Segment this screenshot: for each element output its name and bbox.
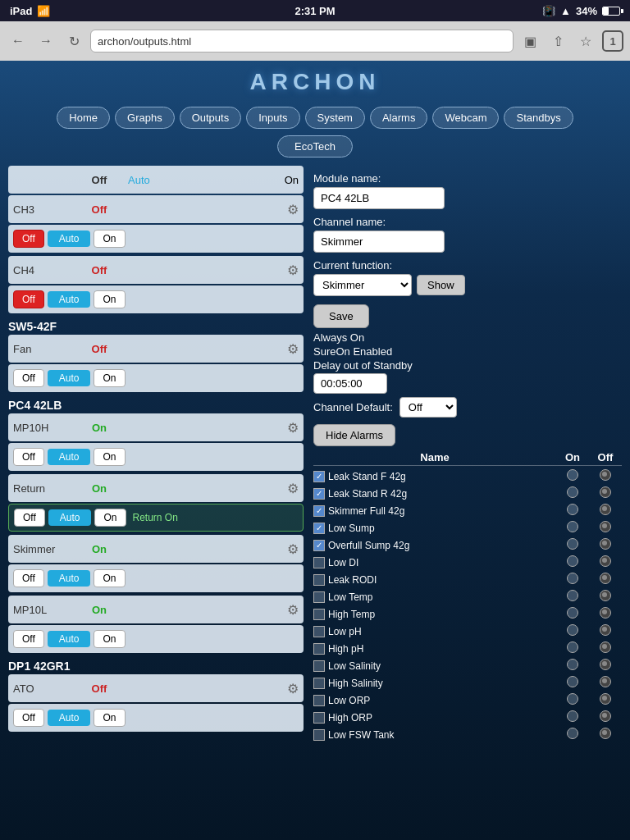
url-bar[interactable]: archon/outputs.html [90, 30, 514, 52]
alarm-off-radio-col[interactable] [589, 641, 622, 655]
ato-auto-btn[interactable]: Auto [48, 710, 91, 726]
alarm-radio-on-empty[interactable] [567, 641, 578, 653]
alarm-on-radio-col[interactable] [556, 607, 589, 621]
back-button[interactable]: ← [7, 30, 30, 52]
alarm-off-radio-col[interactable] [589, 676, 622, 690]
alarm-off-radio-col[interactable] [589, 504, 622, 518]
nav-outputs[interactable]: Outputs [180, 107, 242, 129]
alarm-radio-on-empty[interactable] [567, 693, 578, 705]
return-off-btn[interactable]: Off [14, 509, 45, 527]
alarm-checkbox[interactable] [313, 712, 325, 724]
alarm-checkbox[interactable] [313, 695, 325, 706]
nav-inputs[interactable]: Inputs [246, 107, 299, 129]
alarm-radio-off-filled[interactable] [600, 538, 611, 550]
alarm-radio-on-empty[interactable] [567, 624, 578, 636]
alarm-on-radio-col[interactable] [556, 538, 589, 552]
alarm-radio-on-empty[interactable] [567, 573, 578, 584]
fan-gear-icon[interactable]: ⚙ [287, 341, 299, 357]
ch4-gear-icon[interactable]: ⚙ [287, 262, 299, 278]
share-button[interactable]: ⇧ [546, 30, 569, 52]
alarm-checkbox[interactable] [313, 729, 325, 741]
alarm-checkbox[interactable] [313, 643, 325, 655]
nav-webcam[interactable]: Webcam [432, 107, 499, 129]
nav-graphs[interactable]: Graphs [115, 107, 175, 129]
ch4-on-btn[interactable]: On [94, 290, 125, 308]
alarm-radio-on-empty[interactable] [567, 728, 578, 739]
hide-alarms-button[interactable]: Hide Alarms [313, 424, 395, 446]
alarm-radio-on-empty[interactable] [567, 590, 578, 601]
alarm-off-radio-col[interactable] [589, 659, 622, 673]
alarm-radio-off-filled[interactable] [600, 590, 611, 601]
mp10l-auto-btn[interactable]: Auto [48, 631, 91, 647]
alarm-radio-off-filled[interactable] [600, 555, 611, 567]
alarm-on-radio-col[interactable] [556, 590, 589, 604]
ch3-auto-btn[interactable]: Auto [48, 231, 91, 247]
alarm-on-radio-col[interactable] [556, 624, 589, 638]
alarm-checkbox[interactable] [313, 523, 325, 534]
mp10l-gear-icon[interactable]: ⚙ [287, 602, 299, 618]
alarm-radio-off-filled[interactable] [600, 728, 611, 739]
function-select[interactable]: Skimmer Return Fan Light [313, 274, 412, 296]
alarm-checkbox[interactable] [313, 609, 325, 620]
mp10l-on-btn[interactable]: On [94, 630, 125, 648]
skimmer-on-btn[interactable]: On [94, 569, 125, 587]
alarm-checkbox[interactable] [313, 591, 325, 603]
forward-button[interactable]: → [34, 30, 57, 52]
alarm-radio-on-empty[interactable] [567, 538, 578, 550]
alarm-radio-off-filled[interactable] [600, 641, 611, 653]
alarm-off-radio-col[interactable] [589, 607, 622, 621]
alarm-on-radio-col[interactable] [556, 573, 589, 587]
alarm-radio-off-filled[interactable] [600, 676, 611, 687]
channel-name-input[interactable] [313, 231, 445, 253]
alarm-radio-on-empty[interactable] [567, 486, 578, 498]
ch3-on-btn[interactable]: On [94, 230, 125, 248]
reload-button[interactable]: ↻ [62, 30, 85, 52]
alarm-radio-off-filled[interactable] [600, 693, 611, 705]
save-button[interactable]: Save [313, 304, 369, 328]
module-name-input[interactable] [313, 187, 445, 209]
delay-time-input[interactable] [313, 373, 387, 394]
fan-off-btn[interactable]: Off [13, 369, 44, 387]
fan-on-btn[interactable]: On [94, 369, 125, 387]
alarm-checkbox[interactable] [313, 660, 325, 672]
screen-button[interactable]: ▣ [518, 30, 541, 52]
nav-system[interactable]: System [305, 107, 365, 129]
alarm-checkbox[interactable] [313, 540, 325, 551]
ch3-gear-icon[interactable]: ⚙ [287, 202, 299, 217]
alarm-radio-on-empty[interactable] [567, 504, 578, 515]
alarm-radio-off-filled[interactable] [600, 504, 611, 515]
alarm-on-radio-col[interactable] [556, 469, 589, 483]
alarm-off-radio-col[interactable] [589, 624, 622, 638]
alarm-radio-off-filled[interactable] [600, 573, 611, 584]
alarm-radio-on-empty[interactable] [567, 555, 578, 567]
alarm-off-radio-col[interactable] [589, 555, 622, 569]
alarm-on-radio-col[interactable] [556, 693, 589, 707]
alarm-off-radio-col[interactable] [589, 590, 622, 604]
alarm-checkbox[interactable] [313, 678, 325, 689]
show-button[interactable]: Show [417, 275, 465, 295]
alarm-checkbox[interactable] [313, 574, 325, 586]
default-select[interactable]: Off On [399, 397, 457, 418]
alarm-radio-off-filled[interactable] [600, 624, 611, 636]
alarm-off-radio-col[interactable] [589, 521, 622, 535]
mp10h-off-btn[interactable]: Off [13, 448, 44, 466]
return-auto-btn[interactable]: Auto [48, 509, 92, 526]
fan-auto-btn[interactable]: Auto [48, 370, 91, 386]
bookmark-button[interactable]: ☆ [574, 30, 597, 52]
alarm-off-radio-col[interactable] [589, 486, 622, 500]
nav-standbys[interactable]: Standbys [504, 107, 573, 129]
ch4-auto-btn[interactable]: Auto [48, 291, 91, 308]
alarm-on-radio-col[interactable] [556, 659, 589, 673]
return-on-btn[interactable]: On [94, 509, 126, 527]
mp10l-off-btn[interactable]: Off [13, 630, 44, 648]
mp10h-on-btn[interactable]: On [94, 448, 125, 466]
alarm-radio-on-empty[interactable] [567, 659, 578, 670]
ch3-off-btn[interactable]: Off [13, 230, 44, 248]
mp10h-auto-btn[interactable]: Auto [48, 449, 91, 465]
alarm-off-radio-col[interactable] [589, 538, 622, 552]
ch4-off-btn[interactable]: Off [13, 290, 44, 308]
alarm-off-radio-col[interactable] [589, 469, 622, 483]
alarm-on-radio-col[interactable] [556, 486, 589, 500]
mp10h-gear-icon[interactable]: ⚙ [287, 420, 299, 436]
ato-on-btn[interactable]: On [94, 709, 125, 727]
